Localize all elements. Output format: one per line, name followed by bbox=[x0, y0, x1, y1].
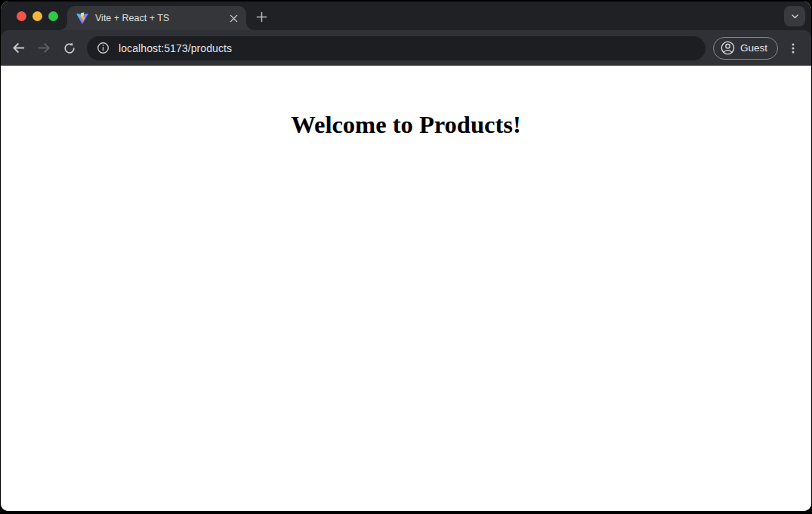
tab-title: Vite + React + TS bbox=[95, 13, 227, 23]
back-button[interactable] bbox=[5, 35, 31, 61]
arrow-left-icon bbox=[11, 41, 26, 55]
traffic-lights bbox=[1, 11, 58, 21]
reload-button[interactable] bbox=[57, 35, 82, 61]
vite-logo-icon bbox=[76, 12, 88, 24]
tab-search-button[interactable] bbox=[784, 6, 805, 26]
zoom-window-button[interactable] bbox=[48, 11, 58, 21]
chevron-down-icon bbox=[790, 11, 800, 21]
close-window-button[interactable] bbox=[17, 11, 26, 21]
browser-window: Vite + React + TS bbox=[1, 2, 811, 511]
navigation-toolbar: localhost:5173/products Guest bbox=[1, 30, 811, 66]
close-icon[interactable] bbox=[227, 11, 240, 25]
profile-label: Guest bbox=[740, 42, 767, 54]
browser-chrome: Vite + React + TS bbox=[1, 2, 811, 66]
new-tab-button[interactable] bbox=[252, 8, 270, 26]
info-circle-icon[interactable] bbox=[93, 38, 113, 58]
browser-menu-button[interactable] bbox=[783, 35, 804, 61]
arrow-right-icon bbox=[37, 41, 51, 55]
kebab-menu-icon bbox=[787, 42, 799, 54]
account-circle-icon bbox=[720, 40, 736, 56]
forward-button[interactable] bbox=[31, 35, 57, 61]
minimize-window-button[interactable] bbox=[32, 11, 42, 21]
address-bar[interactable]: localhost:5173/products bbox=[87, 36, 705, 60]
page-title: Welcome to Products! bbox=[1, 111, 811, 139]
profile-button-guest[interactable]: Guest bbox=[713, 37, 778, 60]
plus-icon bbox=[256, 11, 267, 23]
tab-vite-react-ts[interactable]: Vite + React + TS bbox=[67, 6, 246, 30]
url-text: localhost:5173/products bbox=[119, 42, 232, 54]
tab-strip: Vite + React + TS bbox=[1, 2, 811, 30]
page-viewport: Welcome to Products! bbox=[1, 66, 811, 511]
reload-icon bbox=[63, 42, 76, 55]
